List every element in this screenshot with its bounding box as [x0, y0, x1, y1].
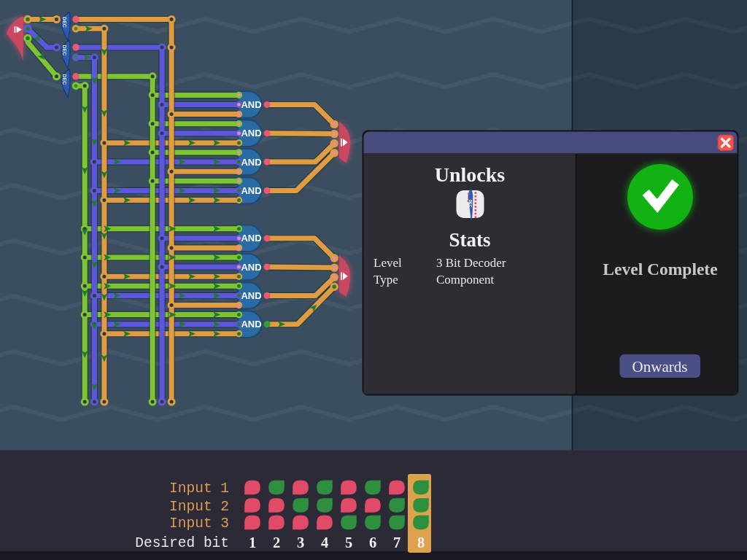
- svg-text:Level Complete: Level Complete: [603, 260, 717, 279]
- svg-text:AND: AND: [241, 290, 261, 301]
- svg-text:AND: AND: [241, 319, 261, 330]
- svg-text:3: 3: [297, 534, 304, 551]
- svg-text:AND: AND: [241, 233, 261, 244]
- svg-text:2: 2: [273, 534, 280, 551]
- svg-text:Desired bit: Desired bit: [135, 535, 229, 551]
- svg-text:5: 5: [345, 534, 352, 551]
- svg-text:Input 3: Input 3: [169, 516, 229, 532]
- svg-text:Unlocks: Unlocks: [435, 163, 506, 186]
- svg-text:6: 6: [369, 534, 376, 551]
- svg-text:Stats: Stats: [449, 229, 490, 251]
- svg-text:7: 7: [393, 534, 400, 551]
- svg-text:8: 8: [417, 534, 425, 551]
- svg-text:Type: Type: [374, 273, 398, 287]
- svg-text:1: 1: [249, 534, 256, 551]
- svg-text:AND: AND: [241, 262, 261, 273]
- svg-text:AND: AND: [241, 157, 261, 168]
- svg-text:Onwards: Onwards: [632, 358, 688, 376]
- svg-text:Input 2: Input 2: [169, 499, 229, 515]
- svg-text:Level: Level: [374, 256, 402, 270]
- svg-text:DEC: DEC: [62, 17, 67, 28]
- svg-text:3 Bit Decoder: 3 Bit Decoder: [436, 256, 506, 270]
- svg-text:AND: AND: [241, 99, 261, 110]
- svg-text:4: 4: [321, 534, 328, 551]
- svg-text:DEC: DEC: [62, 45, 67, 56]
- svg-text:AND: AND: [241, 185, 261, 196]
- svg-text:DEC: DEC: [62, 74, 67, 85]
- svg-text:DEC: DEC: [468, 200, 473, 208]
- svg-text:Input 1: Input 1: [169, 481, 229, 497]
- svg-text:Component: Component: [436, 273, 495, 287]
- svg-text:AND: AND: [241, 128, 261, 139]
